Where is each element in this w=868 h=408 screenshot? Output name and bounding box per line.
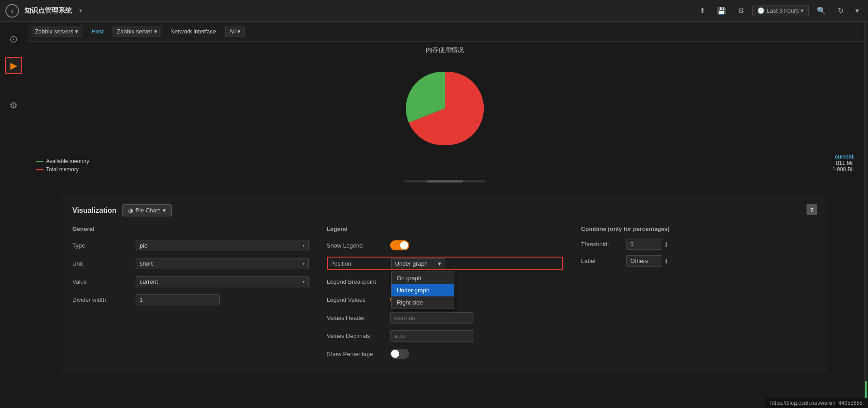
legend-breakpoint-label: Legend Breakpoint bbox=[327, 278, 390, 285]
time-range-button[interactable]: 🕐 Last 3 hours ▾ bbox=[752, 5, 809, 16]
show-legend-knob bbox=[400, 241, 408, 249]
value-value: current bbox=[140, 278, 158, 285]
host-arrow: ▾ bbox=[154, 28, 157, 35]
viz-panel: Visualization ◑ Pie Chart ▾ ? General Ty… bbox=[63, 195, 826, 374]
label-row: Label ℹ bbox=[581, 255, 817, 267]
sidebar-item-chart[interactable]: ▶ bbox=[5, 57, 22, 74]
filterbar: Group Zabbix servers ▾ Host Zabbix serve… bbox=[0, 22, 868, 42]
host-label: Host bbox=[91, 28, 104, 35]
group-value: Zabbix servers bbox=[35, 28, 73, 35]
legend: Available memory Total memory bbox=[36, 158, 89, 173]
refresh-arrow-button[interactable]: ▾ bbox=[852, 5, 863, 17]
combine-title: Combine (only for percentages) bbox=[581, 225, 817, 232]
chart-forward-icon: ▶ bbox=[10, 60, 17, 71]
pie-chart bbox=[404, 68, 486, 149]
unit-arrow: ▾ bbox=[302, 261, 305, 266]
legend-color-total bbox=[36, 169, 43, 170]
all-arrow: ▾ bbox=[237, 28, 241, 35]
save-button[interactable]: 💾 bbox=[713, 5, 730, 17]
unit-value: short bbox=[140, 260, 153, 267]
pie-container bbox=[36, 59, 854, 158]
show-legend-row: Show Legend bbox=[327, 239, 563, 252]
option-under-graph[interactable]: Under graph bbox=[392, 284, 454, 296]
help-button[interactable]: ? bbox=[807, 204, 817, 215]
show-legend-label: Show Legend bbox=[327, 242, 390, 249]
type-dropdown[interactable]: pie ▾ bbox=[136, 240, 309, 251]
position-value: Under graph bbox=[395, 260, 428, 267]
viz-columns: General Type pie ▾ Unit short ▾ V bbox=[72, 225, 817, 365]
legend-value-available: 811 Mil bbox=[832, 160, 854, 166]
position-dropdown[interactable]: Under graph ▾ bbox=[391, 258, 445, 269]
position-dropdown-container: Under graph ▾ On graph Under graph Right… bbox=[391, 258, 445, 269]
label-input[interactable] bbox=[626, 255, 662, 267]
general-title: General bbox=[72, 225, 309, 232]
threshold-row: Threshold: ℹ bbox=[581, 239, 817, 250]
viz-title: Visualization bbox=[72, 206, 117, 215]
refresh-button[interactable]: ↻ bbox=[834, 5, 847, 17]
sidebar-item-database[interactable]: ⊙ bbox=[5, 31, 22, 48]
legend-column: Legend Show Legend Position Under graph … bbox=[327, 225, 563, 365]
option-right-side[interactable]: Right side bbox=[392, 296, 454, 309]
time-range-label: Last 3 hours bbox=[766, 7, 799, 14]
viz-header: Visualization ◑ Pie Chart ▾ bbox=[72, 204, 817, 216]
viz-type-button[interactable]: ◑ Pie Chart ▾ bbox=[122, 204, 172, 216]
group-arrow: ▾ bbox=[75, 28, 78, 35]
search-button[interactable]: 🔍 bbox=[813, 5, 830, 17]
show-percentage-toggle[interactable] bbox=[390, 349, 409, 359]
topbar-right: ⬆ 💾 ⚙ 🕐 Last 3 hours ▾ 🔍 ↻ ▾ bbox=[696, 5, 863, 17]
option-on-graph[interactable]: On graph bbox=[392, 272, 454, 284]
legend-label-total: Total memory bbox=[46, 166, 79, 173]
time-range-arrow: ▾ bbox=[801, 7, 804, 14]
legend-current-label: current bbox=[832, 154, 854, 160]
type-value: pie bbox=[140, 242, 147, 249]
chart-scrollbar[interactable] bbox=[404, 180, 486, 183]
divider-row: Divider width bbox=[72, 293, 309, 306]
unit-dropdown[interactable]: short ▾ bbox=[136, 258, 309, 269]
gear-icon: ⚙ bbox=[9, 100, 18, 111]
unit-row: Unit short ▾ bbox=[72, 257, 309, 270]
chart-scrollbar-thumb bbox=[427, 180, 463, 183]
type-label: Type bbox=[72, 242, 136, 249]
group-dropdown[interactable]: Zabbix servers ▾ bbox=[31, 26, 82, 37]
legend-value-total: 1.908 Bil bbox=[832, 166, 854, 173]
viz-type-label: Pie Chart bbox=[136, 207, 160, 214]
right-scrollbar[interactable] bbox=[863, 22, 868, 408]
type-arrow: ▾ bbox=[302, 243, 305, 248]
legend-values: current 811 Mil 1.908 Bil bbox=[832, 154, 854, 173]
pie-chart-icon: ◑ bbox=[128, 207, 133, 214]
combine-column: Combine (only for percentages) Threshold… bbox=[581, 225, 817, 365]
host-dropdown[interactable]: Zabbix server ▾ bbox=[113, 26, 161, 37]
legend-item-available: Available memory bbox=[36, 158, 89, 164]
legend-title: Legend bbox=[327, 225, 563, 232]
host-value: Zabbix server bbox=[117, 28, 152, 35]
legend-item-total: Total memory bbox=[36, 166, 89, 173]
divider-label: Divider width bbox=[72, 296, 136, 303]
divider-input[interactable] bbox=[136, 294, 220, 305]
clock-icon: 🕐 bbox=[757, 7, 764, 14]
sidebar-item-gear[interactable]: ⚙ bbox=[5, 97, 22, 114]
title-arrow[interactable]: ▾ bbox=[79, 7, 82, 14]
position-options: On graph Under graph Right side bbox=[391, 272, 454, 309]
position-label: Position bbox=[328, 260, 391, 267]
value-dropdown[interactable]: current ▾ bbox=[136, 276, 309, 287]
scrollbar-track bbox=[864, 22, 867, 408]
settings-button[interactable]: ⚙ bbox=[734, 5, 748, 17]
chart-title: 内存使用情况 bbox=[36, 46, 854, 54]
threshold-input[interactable] bbox=[626, 239, 662, 250]
position-row: Position Under graph ▾ On graph Under gr… bbox=[327, 257, 563, 270]
share-button[interactable]: ⬆ bbox=[696, 5, 709, 17]
all-dropdown[interactable]: All ▾ bbox=[225, 26, 245, 37]
topbar-left: ‹ 知识点管理系统 ▾ bbox=[5, 4, 82, 18]
url-bar: https://blog.csdn.net/weixin_44953658 bbox=[765, 398, 868, 408]
show-percentage-knob bbox=[391, 350, 399, 358]
values-decimals-input[interactable] bbox=[390, 330, 474, 342]
values-header-label: Values Header bbox=[327, 314, 390, 321]
threshold-info-icon: ℹ bbox=[665, 241, 667, 248]
back-button[interactable]: ‹ bbox=[5, 4, 19, 18]
values-decimals-row: Values Decimals bbox=[327, 329, 563, 342]
type-row: Type pie ▾ bbox=[72, 239, 309, 252]
show-legend-toggle[interactable] bbox=[390, 240, 409, 250]
legend-values-label: Legend Values bbox=[327, 296, 390, 303]
values-header-input[interactable] bbox=[390, 312, 474, 324]
all-value: All bbox=[229, 28, 236, 35]
